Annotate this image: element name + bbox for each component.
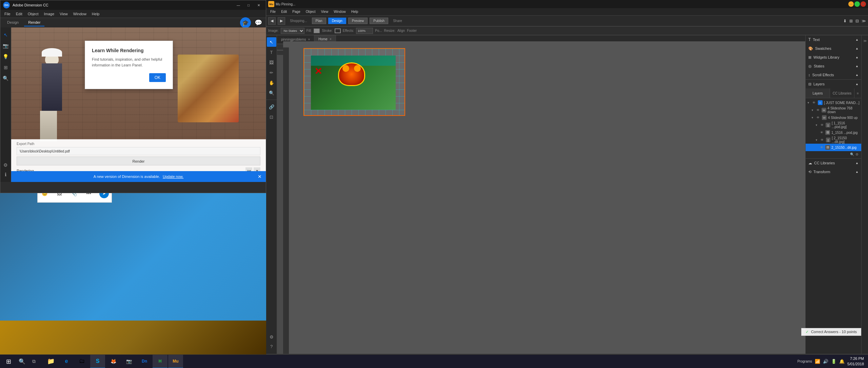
image-state-select[interactable]: No States — [281, 28, 304, 34]
render-button[interactable]: Render — [17, 157, 260, 165]
start-button[interactable]: ⊞ — [0, 355, 17, 368]
taskbar-app-skype[interactable]: S — [90, 355, 105, 368]
menu-view[interactable]: View — [57, 11, 71, 17]
layer-root[interactable]: ▼ 👁 G [ JUST SOME RAND...] — [806, 99, 861, 106]
layer-img1-group-eye[interactable]: 👁 — [820, 123, 825, 127]
muse-menu-help[interactable]: Help — [349, 9, 361, 14]
layers-collapse-btn[interactable]: ▲ — [855, 82, 859, 86]
taskbar-app-edge[interactable]: e — [59, 355, 74, 368]
muse-link-tool[interactable]: 🔗 — [267, 102, 276, 111]
layer-image1[interactable]: 👁 🖼 1_1516 ...pod.jpg — [806, 129, 861, 136]
muse-preview-button[interactable]: Preview — [348, 18, 368, 24]
muse-close-button[interactable]: ✕ — [861, 1, 866, 7]
menu-object[interactable]: Object — [25, 11, 41, 17]
muse-more-icon[interactable]: ≫ — [862, 19, 866, 23]
learn-panel-icon[interactable]: 🎓 — [240, 17, 251, 28]
layer-900-eye[interactable]: 👁 — [816, 115, 821, 120]
muse-draw-tool[interactable]: ✏ — [267, 68, 276, 77]
section-scroll-effects[interactable]: ↕ Scroll Effects ▲ — [806, 70, 861, 79]
muse-form-tool[interactable]: ⊡ — [267, 112, 276, 122]
layer-action-btn2[interactable]: ⚙ — [855, 152, 859, 156]
muse-hand-tool[interactable]: ✋ — [267, 78, 276, 87]
muse-menu-edit[interactable]: Edit — [278, 9, 290, 14]
muse-image-tool[interactable]: 🖼 — [267, 58, 276, 67]
layer-image2-group[interactable]: ▼ 👁 [] [ 2_15150 ...dit.jpg] — [806, 136, 861, 144]
taskbar-app-folder[interactable]: 🗂 — [75, 355, 90, 368]
fill-color-swatch[interactable] — [314, 28, 320, 33]
layer-img2-group-eye[interactable]: 👁 — [820, 138, 825, 142]
sidebar-zoom-tool[interactable]: 🔍 — [1, 74, 11, 83]
sidebar-light-tool[interactable]: 💡 — [1, 52, 11, 61]
canvas-image-element[interactable]: ✕ — [311, 56, 396, 110]
taskbar-app-firefox[interactable]: 🦊 — [106, 355, 121, 368]
transform-collapse[interactable]: ▲ — [855, 170, 859, 173]
tab-design[interactable]: Design — [3, 19, 23, 26]
muse-forward-button[interactable]: ▶ — [278, 17, 285, 25]
muse-menu-object[interactable]: Object — [303, 9, 318, 14]
cc-collapse[interactable]: ▲ — [855, 161, 859, 165]
dimension-close-button[interactable]: ✕ — [254, 2, 263, 8]
taskbar-app-dimension[interactable]: Dn — [137, 355, 152, 368]
layer-image2[interactable]: 👁 🖼 2_15150...dit.jpg — [806, 144, 861, 151]
tab-home-close[interactable]: × — [330, 37, 332, 41]
layer-root-eye[interactable]: 👁 — [812, 100, 816, 105]
layers-panel-options[interactable]: ≡ — [854, 88, 861, 98]
update-link[interactable]: Update now. — [163, 175, 183, 179]
export-path-input[interactable] — [17, 147, 260, 155]
muse-page-canvas[interactable]: ✕ — [303, 48, 405, 116]
tab-pinning-close[interactable]: × — [308, 38, 310, 41]
task-view-button[interactable]: ⧉ — [27, 355, 41, 368]
muse-menu-window[interactable]: Window — [331, 9, 349, 14]
muse-download-icon[interactable]: ⬇ — [843, 19, 847, 23]
muse-publish-button[interactable]: Publish — [370, 18, 388, 24]
taskbar-volume-icon[interactable]: 🔊 — [823, 359, 828, 364]
muse-grid-icon[interactable]: ⊞ — [849, 19, 853, 23]
menu-edit[interactable]: Edit — [13, 11, 25, 17]
section-swatches[interactable]: 🎨 Swatches ▲ — [806, 44, 861, 53]
muse-panel-icon[interactable]: ⊟ — [855, 19, 859, 23]
taskbar-app-home[interactable]: H — [153, 355, 167, 368]
taskbar-programs-btn[interactable]: Programs — [797, 360, 812, 363]
tab-render[interactable]: Render — [24, 19, 44, 26]
muse-text-tool[interactable]: T — [267, 47, 276, 57]
muse-right-collapse[interactable]: ≫ — [862, 38, 868, 43]
sidebar-ground-tool[interactable]: ⊞ — [1, 63, 11, 72]
muse-zoom-tool[interactable]: 🔍 — [267, 88, 276, 98]
section-transform[interactable]: ⟲ Transform ▲ — [806, 167, 861, 176]
states-collapse[interactable]: ▲ — [855, 64, 859, 68]
swatches-collapse[interactable]: ▲ — [855, 47, 859, 50]
learn-ok-button[interactable]: OK — [149, 73, 166, 82]
widgets-collapse[interactable]: ▲ — [855, 56, 859, 59]
layer-768-eye[interactable]: 👁 — [816, 108, 820, 113]
section-cc-libraries[interactable]: ☁ CC Libraries ▲ — [806, 159, 861, 167]
sidebar-select-tool[interactable]: ↖ — [1, 30, 11, 40]
taskbar-clock[interactable]: 7:26 PM 5/01/2018 — [847, 356, 864, 367]
layer-image1-group[interactable]: ▼ 👁 [] [ 1_1516 ...pod.jpg] — [806, 121, 861, 129]
opacity-field[interactable] — [356, 28, 373, 34]
menu-window[interactable]: Window — [71, 11, 89, 17]
menu-image[interactable]: Image — [41, 11, 57, 17]
sidebar-info-icon[interactable]: ℹ — [1, 170, 11, 179]
muse-menu-file[interactable]: File — [268, 9, 278, 14]
muse-settings-tool[interactable]: ⚙ — [267, 332, 276, 342]
taskbar-network-icon[interactable]: 📶 — [815, 359, 820, 364]
muse-minimize-button[interactable]: — — [848, 1, 854, 7]
chat-icon[interactable]: 💬 — [254, 18, 263, 27]
muse-select-tool[interactable]: ↖ — [267, 37, 276, 47]
menu-file[interactable]: File — [2, 11, 13, 17]
taskbar-app-muse[interactable]: Mu — [168, 355, 183, 368]
sidebar-camera-tool[interactable]: 📷 — [1, 41, 11, 50]
layer-img1-eye[interactable]: 👁 — [819, 130, 824, 135]
taskbar-search-icon[interactable]: 🔍 — [17, 355, 27, 368]
taskbar-action-center[interactable]: 🔔 — [839, 359, 845, 364]
layer-action-btn1[interactable]: 🔍 — [850, 152, 854, 156]
text-section-collapse[interactable]: ▲ — [855, 38, 859, 41]
tab-cc-libraries[interactable]: CC Libraries — [830, 88, 854, 98]
dimension-maximize-button[interactable]: □ — [244, 2, 253, 8]
section-states[interactable]: ◎ States ▲ — [806, 62, 861, 70]
dimension-minimize-button[interactable]: — — [234, 2, 243, 8]
taskbar-app-photo[interactable]: 📷 — [121, 355, 136, 368]
muse-maximize-button[interactable]: □ — [854, 1, 860, 7]
taskbar-battery-icon[interactable]: 🔋 — [831, 359, 836, 364]
menu-help[interactable]: Help — [89, 11, 102, 17]
